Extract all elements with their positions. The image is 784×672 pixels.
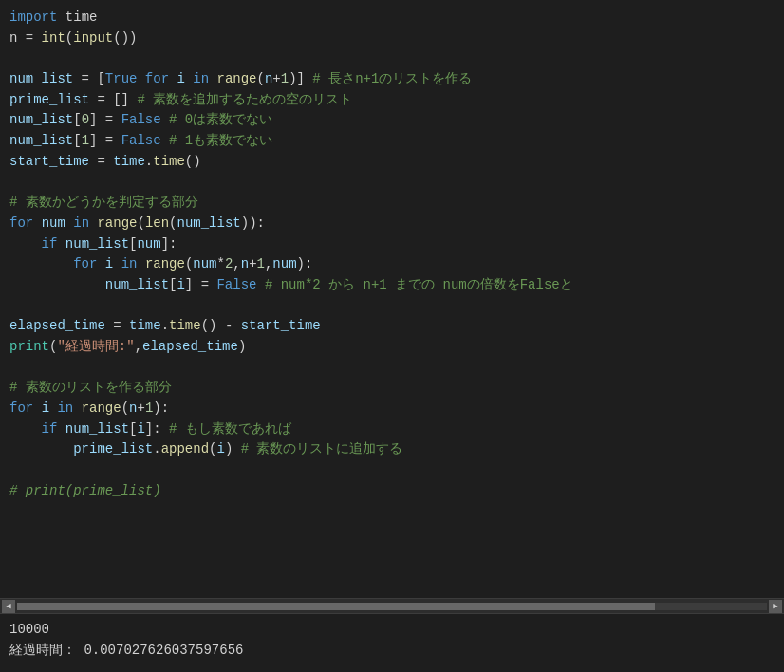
code-line-9 <box>9 173 775 194</box>
output-line-2: 経過時間： 0.007027626037597656 <box>9 641 775 662</box>
scroll-track[interactable] <box>17 603 767 610</box>
code-line-19: # 素数のリストを作る部分 <box>9 378 775 399</box>
code-line-16: elapsed_time = time.time() - start_time <box>9 316 775 337</box>
code-line-7: num_list[1] = False # 1も素数でない <box>9 131 775 152</box>
code-line-22: prime_list.append(i) # 素数のリストに追加する <box>9 439 775 460</box>
code-line-17: print("経過時間:",elapsed_time) <box>9 337 775 358</box>
code-line-13: for i in range(num*2,n+1,num): <box>9 254 775 275</box>
output-line-1: 10000 <box>9 620 775 641</box>
code-line-2: n = int(input()) <box>9 28 775 49</box>
code-line-15 <box>9 296 775 317</box>
code-line-5: prime_list = [] # 素数を追加するための空のリスト <box>9 90 775 111</box>
scroll-thumb[interactable] <box>17 603 655 610</box>
code-line-24: # print(prime_list) <box>9 481 775 502</box>
code-line-8: start_time = time.time() <box>9 152 775 173</box>
code-line-3 <box>9 48 775 69</box>
code-line-10: # 素数かどうかを判定する部分 <box>9 193 775 214</box>
code-line-20: for i in range(n+1): <box>9 399 775 420</box>
horizontal-scrollbar[interactable]: ◀ ▶ <box>0 598 784 613</box>
output-panel: 10000 経過時間： 0.007027626037597656 <box>0 613 784 672</box>
code-line-4: num_list = [True for i in range(n+1)] # … <box>9 69 775 90</box>
code-editor[interactable]: import time n = int(input()) num_list = … <box>0 0 784 598</box>
code-line-21: if num_list[i]: # もし素数であれば <box>9 420 775 440</box>
code-line-18 <box>9 358 775 379</box>
code-line-11: for num in range(len(num_list)): <box>9 214 775 234</box>
scroll-right-arrow[interactable]: ▶ <box>769 600 782 613</box>
scroll-left-arrow[interactable]: ◀ <box>2 600 15 613</box>
code-line-23 <box>9 460 775 481</box>
code-line-6: num_list[0] = False # 0は素数でない <box>9 110 775 131</box>
code-line-14: num_list[i] = False # num*2 から n+1 までの n… <box>9 275 775 296</box>
code-line-1: import time <box>9 8 775 28</box>
code-line-12: if num_list[num]: <box>9 234 775 255</box>
